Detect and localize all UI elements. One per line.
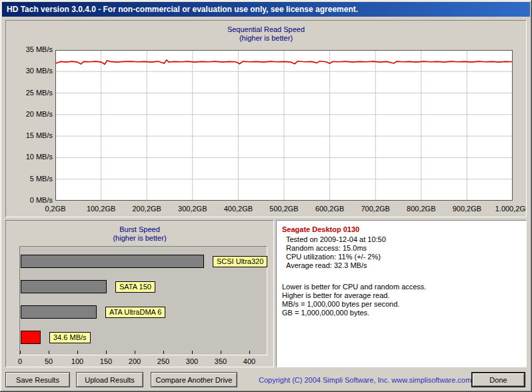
burst-bar (21, 331, 41, 344)
burst-axis-tick-label: 200 (121, 357, 148, 365)
test-result-line: CPU utilization: 11% (+/- 2%) (282, 253, 521, 261)
copyright-text: Copyright (C) 2004 Simpli Software, Inc.… (259, 376, 459, 384)
burst-axis-tick (49, 351, 49, 354)
y-axis-tick-label: 5 MB/s (10, 175, 53, 183)
explanatory-notes: Lower is better for CPU and random acces… (282, 283, 521, 317)
burst-axis-tick-label: 100 (64, 357, 91, 365)
burst-axis-tick-label: 150 (93, 357, 119, 365)
burst-axis-tick-label: 400 (236, 357, 263, 365)
burst-axis-tick-label: 350 (207, 357, 234, 365)
burst-axis-tick (192, 351, 193, 354)
burst-bar (21, 255, 204, 268)
x-axis-tick-label: 900,2GB (443, 205, 490, 213)
y-axis-tick-label: 0 MB/s (10, 196, 53, 204)
burst-axis-tick-label: 250 (150, 357, 177, 365)
hdtach-window: HD Tach version 3.0.4.0 - For non-commer… (0, 0, 532, 392)
burst-speed-panel: Burst Speed (higher is better) SCSI Ultr… (5, 220, 274, 367)
sequential-read-panel: Sequential Read Speed (higher is better)… (5, 20, 527, 217)
burst-bar (21, 305, 97, 319)
burst-axis-tick (249, 351, 250, 354)
compare-another-drive-button[interactable]: Compare Another Drive (151, 372, 237, 387)
burst-speed-chart: SCSI Ultra320SATA 150ATA UltraDMA 634.6 … (19, 246, 267, 355)
burst-axis-tick-label: 0 (7, 357, 33, 365)
explanatory-note: GB = 1,000,000,000 bytes. (282, 309, 521, 317)
burst-axis-tick (135, 351, 135, 354)
burst-axis-tick (20, 351, 21, 354)
burst-axis-tick (77, 351, 78, 354)
burst-bar-label: 34.6 MB/s (49, 332, 91, 343)
burst-axis-tick (221, 351, 221, 354)
explanatory-note: MB/s = 1,000,000 bytes per second. (282, 300, 521, 309)
test-result-lines: Tested on 2009-12-04 at 10:50Random acce… (282, 235, 521, 270)
x-axis-tick-label: 700,2GB (352, 205, 399, 213)
window-title: HD Tach version 3.0.4.0 - For non-commer… (7, 5, 358, 14)
burst-bar-label: SCSI Ultra320 (213, 256, 267, 267)
y-axis-tick-label: 30 MB/s (10, 67, 53, 75)
test-result-line: Average read: 32.3 MB/s (282, 261, 521, 270)
sequential-chart-title: Sequential Read Speed (6, 25, 526, 33)
burst-axis-tick (163, 351, 164, 354)
x-axis-tick-label: 600,2GB (307, 205, 353, 213)
burst-axis-tick-label: 50 (35, 357, 62, 365)
x-axis-tick-label: 500,2GB (261, 205, 307, 213)
x-axis-tick-label: 300,2GB (169, 205, 216, 213)
burst-chart-title: Burst Speed (6, 225, 273, 233)
y-axis-tick-label: 35 MB/s (10, 45, 53, 53)
burst-bar (21, 280, 107, 293)
done-button[interactable]: Done (471, 372, 525, 387)
upload-results-button[interactable]: Upload Results (76, 372, 143, 387)
sequential-read-plot-svg (55, 50, 513, 201)
drive-name: Seagate Desktop 0130 (282, 225, 521, 233)
sequential-read-chart (55, 50, 513, 201)
x-axis-tick-label: 0,2GB (32, 205, 79, 213)
burst-axis-tick (106, 351, 107, 354)
y-axis-tick-label: 15 MB/s (10, 131, 53, 139)
y-axis-tick-label: 25 MB/s (10, 89, 53, 97)
title-bar: HD Tach version 3.0.4.0 - For non-commer… (2, 2, 530, 17)
x-axis-tick-label: 800,2GB (398, 205, 445, 213)
y-axis-tick-label: 20 MB/s (10, 110, 53, 118)
x-axis-tick-label: 400,2GB (215, 205, 261, 213)
burst-bar-label: SATA 150 (115, 281, 155, 293)
burst-axis-tick-label: 300 (179, 357, 205, 365)
y-axis-tick-label: 10 MB/s (10, 153, 53, 161)
sequential-chart-subtitle: (higher is better) (6, 34, 526, 42)
test-result-line: Random access: 15.0ms (282, 244, 521, 253)
save-results-button[interactable]: Save Results (5, 372, 70, 387)
x-axis-tick-label: 100,2GB (78, 205, 125, 213)
results-info-panel: Seagate Desktop 0130 Tested on 2009-12-0… (276, 220, 527, 367)
explanatory-note: Lower is better for CPU and random acces… (282, 283, 521, 291)
test-result-line: Tested on 2009-12-04 at 10:50 (282, 235, 521, 244)
burst-bar-label: ATA UltraDMA 6 (105, 307, 165, 318)
x-axis-tick-label: 200,2GB (123, 205, 170, 213)
x-axis-tick-label: 1.000,2GB (489, 205, 527, 213)
explanatory-note: Higher is better for average read. (282, 291, 521, 300)
burst-chart-subtitle: (higher is better) (6, 234, 273, 242)
